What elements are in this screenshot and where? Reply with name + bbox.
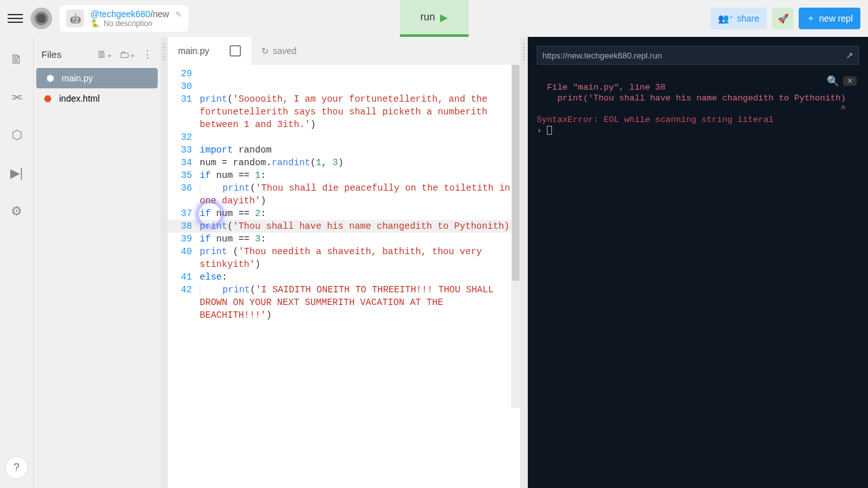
share-button[interactable]: 👥⁺ share <box>710 8 767 29</box>
code-line[interactable]: 34num = random.randint(1, 3) <box>168 156 520 169</box>
line-number: 29 <box>168 67 200 80</box>
console-search-icon[interactable]: 🔍 <box>827 75 839 87</box>
tab-layout-icon[interactable] <box>230 45 241 57</box>
editor-tab-main[interactable]: main.py <box>168 37 251 65</box>
packages-icon[interactable]: ⬡ <box>11 127 22 142</box>
run-button[interactable]: run ▶ <box>400 0 469 37</box>
replit-logo[interactable] <box>31 8 52 29</box>
line-number: 39 <box>168 233 200 245</box>
line-number: 30 <box>168 80 200 93</box>
line-number: 34 <box>168 156 200 169</box>
console-panel: ↗ 🔍 ✕ File "main.py", line 38 print('Tho… <box>528 37 868 488</box>
code-line[interactable]: 31print('Sooooith, I am your fortunetell… <box>168 93 520 131</box>
python-icon: 🐍 <box>90 19 100 28</box>
line-number: 32 <box>168 131 200 144</box>
avatar: 🤖 <box>66 10 84 27</box>
code-line[interactable]: 36 print('Thou shall die peacefully on t… <box>168 182 520 207</box>
line-number: 40 <box>168 245 200 271</box>
version-control-icon[interactable]: ⫘ <box>10 90 23 104</box>
file-item-main-py[interactable]: ⬢main.py <box>36 68 158 88</box>
play-icon: ▶ <box>440 11 448 24</box>
python-file-icon: ⬢ <box>45 73 55 83</box>
saved-indicator: ↻ saved <box>251 46 307 56</box>
file-name: main.py <box>62 73 93 83</box>
console-output[interactable]: File "main.py", line 38 print('Thou shal… <box>528 71 868 147</box>
line-number: 35 <box>168 169 200 182</box>
console-url-bar: ↗ <box>537 46 859 65</box>
open-external-icon[interactable]: ↗ <box>846 50 853 60</box>
console-url-input[interactable] <box>542 51 841 60</box>
debugger-icon[interactable]: ▶| <box>10 165 23 180</box>
code-line[interactable]: 41else: <box>168 271 520 283</box>
scrollbar-thumb[interactable] <box>512 65 520 281</box>
code-line[interactable]: 35if num == 1: <box>168 169 520 182</box>
line-number: 36 <box>168 182 200 207</box>
line-number: 33 <box>168 144 200 156</box>
new-file-icon[interactable]: 🗎₊ <box>97 48 112 60</box>
line-number: 37 <box>168 207 200 220</box>
new-repl-button[interactable]: ＋ new repl <box>799 8 860 29</box>
files-panel: Files 🗎₊ 🗀₊ ⋮ ⬢main.py⬣index.html <box>33 37 160 488</box>
scrollbar-track[interactable] <box>511 65 520 408</box>
edit-name-icon[interactable]: ✎ <box>176 10 182 19</box>
upgrade-button[interactable]: 🚀 <box>772 8 794 29</box>
help-button[interactable]: ? <box>5 456 28 479</box>
line-number: 31 <box>168 93 200 131</box>
share-icon: 👥⁺ <box>718 13 733 24</box>
menu-icon[interactable] <box>8 11 23 26</box>
files-title: Files <box>41 49 62 60</box>
line-number: 41 <box>168 271 200 283</box>
code-line[interactable]: 37if num == 2: <box>168 207 520 220</box>
left-sidebar: 🗎 ⫘ ⬡ ▶| ⚙ <box>0 37 33 488</box>
repl-name: new <box>153 9 169 19</box>
code-line[interactable]: 33import random <box>168 144 520 156</box>
new-folder-icon[interactable]: 🗀₊ <box>120 48 135 60</box>
code-line[interactable]: 39if num == 3: <box>168 233 520 245</box>
username-link[interactable]: @techgeek680 <box>90 9 150 19</box>
repl-breadcrumb[interactable]: 🤖 @techgeek680/new ✎ 🐍 No description <box>60 5 188 32</box>
more-icon[interactable]: ⋮ <box>142 48 153 60</box>
app-header: 🤖 @techgeek680/new ✎ 🐍 No description ru… <box>0 0 868 37</box>
line-number: 38 <box>168 220 200 233</box>
code-editor[interactable]: 293031print('Sooooith, I am your fortune… <box>168 65 520 488</box>
repl-description: No description <box>104 19 153 28</box>
code-line[interactable]: 42 print('I SAIDITH ONEITH TO THREEITH!!… <box>168 283 520 322</box>
code-line[interactable]: 32 <box>168 131 520 144</box>
console-clear-icon[interactable]: ✕ <box>843 76 857 86</box>
resize-handle-2[interactable] <box>520 37 528 488</box>
settings-icon[interactable]: ⚙ <box>11 203 22 219</box>
editor-panel: main.py ↻ saved 293031print('Sooooith, I… <box>168 37 520 488</box>
rocket-icon: 🚀 <box>778 13 789 24</box>
plus-icon: ＋ <box>806 13 815 24</box>
html-file-icon: ⬣ <box>43 93 53 104</box>
files-icon[interactable]: 🗎 <box>10 52 23 67</box>
history-icon: ↻ <box>261 46 269 56</box>
code-line[interactable]: 29 <box>168 67 520 80</box>
code-line[interactable]: 30 <box>168 80 520 93</box>
resize-handle[interactable] <box>160 37 168 488</box>
line-number: 42 <box>168 283 200 322</box>
code-line[interactable]: 40print ('Thou needith a shaveith, bathi… <box>168 245 520 271</box>
file-name: index.html <box>59 93 100 104</box>
file-item-index-html[interactable]: ⬣index.html <box>34 88 160 109</box>
code-line[interactable]: 38print('Thou shall have his name change… <box>168 220 520 233</box>
